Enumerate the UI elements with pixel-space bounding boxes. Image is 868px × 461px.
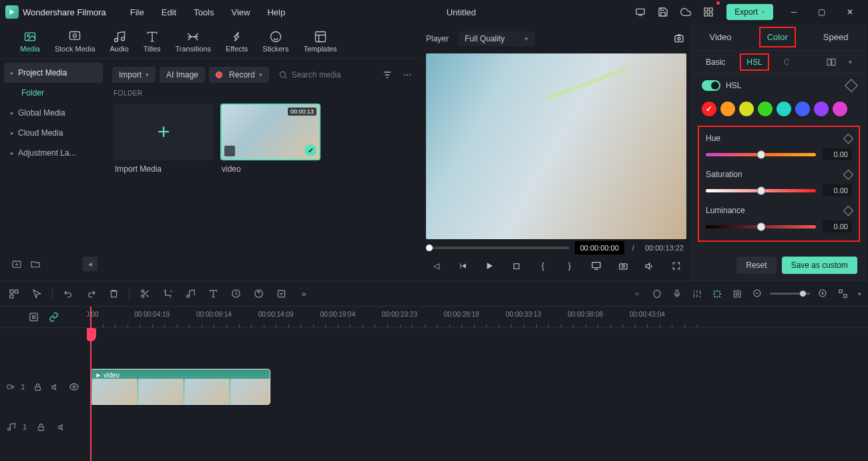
redo-icon[interactable]	[83, 287, 98, 301]
color-yellow[interactable]	[739, 102, 754, 116]
tab-stickers[interactable]: Stickers	[262, 27, 288, 55]
import-media-thumb[interactable]: +	[114, 104, 214, 160]
saturation-slider[interactable]	[706, 189, 816, 192]
zoom-out-icon[interactable]	[750, 287, 765, 301]
playhead[interactable]	[90, 307, 91, 461]
maximize-button[interactable]: ▢	[809, 3, 835, 21]
menu-file[interactable]: File	[124, 5, 151, 20]
visibility-icon[interactable]	[68, 379, 80, 394]
tab-video[interactable]: Video	[703, 28, 738, 46]
video-clip[interactable]: video	[90, 369, 270, 405]
grid-icon[interactable]	[698, 3, 718, 21]
device-icon[interactable]	[630, 3, 650, 21]
tab-audio[interactable]: Audio	[110, 27, 129, 55]
search-input[interactable]: Search media	[273, 67, 375, 82]
tab-speed[interactable]: Speed	[817, 28, 855, 46]
save-custom-button[interactable]: Save as custom	[782, 257, 857, 274]
cloud-icon[interactable]	[676, 3, 696, 21]
sidebar-folder[interactable]: Folder	[4, 83, 103, 103]
tool-magnet-icon[interactable]	[7, 287, 21, 301]
crop-icon[interactable]	[160, 287, 175, 301]
text-icon[interactable]	[206, 287, 220, 301]
auto-icon[interactable]	[710, 287, 724, 301]
tab-effects[interactable]: Effects	[226, 27, 248, 55]
hue-value[interactable]: 0.00	[823, 148, 852, 160]
marker-icon[interactable]	[630, 287, 644, 301]
subtab-basic[interactable]: Basic	[700, 55, 730, 69]
tab-stock-media[interactable]: Stock Media	[55, 27, 95, 55]
zoom-slider[interactable]	[770, 293, 810, 295]
ai-image-button[interactable]: AI Image	[160, 67, 205, 83]
close-button[interactable]: ✕	[837, 3, 863, 21]
display-icon[interactable]	[589, 259, 604, 273]
timeline-ruler[interactable]: 00:0000:00:04:1900:00:09:1400:00:14:0900…	[87, 307, 868, 328]
color-blue[interactable]	[795, 102, 810, 116]
shield-icon[interactable]	[650, 287, 664, 301]
color-red[interactable]	[702, 102, 716, 116]
menu-tools[interactable]: Tools	[187, 5, 220, 20]
track-options-icon[interactable]	[26, 310, 41, 325]
sidebar-project-media[interactable]: ▸Project Media	[4, 63, 103, 83]
luminance-value[interactable]: 0.00	[823, 220, 852, 233]
audio-track[interactable]	[87, 407, 868, 447]
mark-out-icon[interactable]: }	[562, 259, 577, 273]
preview-viewport[interactable]	[426, 53, 686, 239]
sidebar-global-media[interactable]: ▸Global Media	[4, 103, 103, 123]
new-folder-icon[interactable]	[9, 257, 24, 271]
color-purple[interactable]	[814, 102, 829, 116]
minimize-button[interactable]: ─	[781, 3, 807, 21]
music-icon[interactable]	[183, 287, 198, 301]
luminance-keyframe-icon[interactable]	[843, 205, 854, 216]
keyframe-icon[interactable]	[845, 79, 858, 92]
expand-icon[interactable]: ▾	[843, 55, 857, 69]
delete-icon[interactable]	[106, 287, 121, 301]
record-button[interactable]: Record ▾	[209, 67, 269, 83]
compare-icon[interactable]	[824, 55, 839, 69]
more-icon[interactable]: ⋯	[399, 67, 415, 83]
tab-media[interactable]: Media	[20, 27, 40, 55]
stop-icon[interactable]	[509, 259, 523, 273]
menu-view[interactable]: View	[224, 5, 256, 20]
cut-icon[interactable]	[138, 287, 152, 301]
camera-icon[interactable]	[616, 259, 630, 273]
subtab-hsl[interactable]: HSL	[740, 53, 769, 71]
color-icon[interactable]	[251, 287, 266, 301]
prev-frame-icon[interactable]: ◁	[429, 259, 443, 273]
color-cyan[interactable]	[777, 102, 791, 116]
link-icon[interactable]	[46, 310, 61, 325]
speed-icon[interactable]	[228, 287, 243, 301]
tab-templates[interactable]: Templates	[303, 27, 337, 55]
menu-help[interactable]: Help	[260, 5, 292, 20]
snapshot-icon[interactable]	[672, 31, 686, 46]
play-icon[interactable]	[482, 259, 497, 273]
zoom-fit-icon[interactable]	[835, 287, 850, 301]
saturation-keyframe-icon[interactable]	[843, 169, 854, 180]
audio-lock-icon[interactable]	[33, 420, 48, 434]
hue-slider[interactable]	[706, 153, 816, 156]
render-icon[interactable]	[730, 287, 744, 301]
sidebar-adjustment-layer[interactable]: ▸Adjustment La...	[4, 143, 103, 163]
subtab-curves[interactable]: C	[779, 55, 795, 69]
mark-in-icon[interactable]: {	[535, 259, 550, 273]
hue-keyframe-icon[interactable]	[843, 133, 854, 144]
fullscreen-icon[interactable]	[669, 259, 684, 273]
color-green[interactable]	[758, 102, 773, 116]
mixer-icon[interactable]	[690, 287, 704, 301]
tool-select-icon[interactable]	[29, 287, 44, 301]
menu-edit[interactable]: Edit	[155, 5, 183, 20]
reset-button[interactable]: Reset	[736, 257, 776, 274]
tab-color[interactable]: Color	[759, 27, 796, 47]
mic-icon[interactable]	[670, 287, 684, 301]
tab-transitions[interactable]: Transitions	[176, 27, 211, 55]
more-tools-icon[interactable]: »	[296, 287, 311, 301]
scrubber[interactable]	[426, 247, 570, 249]
audio-mute-icon[interactable]	[55, 420, 69, 434]
zoom-in-icon[interactable]	[815, 287, 830, 301]
luminance-slider[interactable]	[706, 225, 816, 228]
color-magenta[interactable]	[833, 102, 847, 116]
sidebar-cloud-media[interactable]: ▸Cloud Media	[4, 123, 103, 143]
video-thumb[interactable]: 00:00:13 ✓	[220, 104, 320, 160]
folder-icon[interactable]	[28, 257, 43, 271]
volume-icon[interactable]	[642, 259, 657, 273]
hsl-toggle[interactable]	[702, 80, 720, 91]
